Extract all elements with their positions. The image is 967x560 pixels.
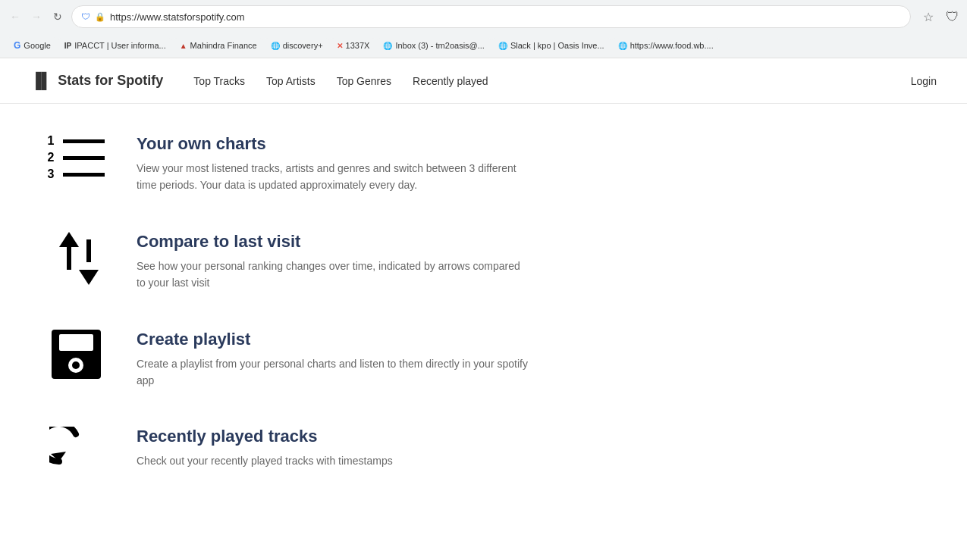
nav-top-artists[interactable]: Top Artists — [266, 75, 316, 87]
google-favicon: G — [14, 40, 20, 51]
tab-food[interactable]: 🌐 https://www.food.wb.... — [612, 38, 720, 53]
feature-own-charts: 1 2 3 Your own charts View your most lis… — [46, 134, 789, 194]
ipacct-favicon: IP — [64, 42, 71, 50]
feature-compare: Compare to last visit See how your perso… — [46, 232, 789, 292]
feature-create-playlist-text: Create playlist Create a playlist from y… — [137, 330, 789, 389]
tab-google[interactable]: G Google — [8, 37, 57, 54]
nav-recently-played[interactable]: Recently played — [413, 75, 488, 87]
tab-1337x-label: 1337X — [346, 41, 370, 50]
tab-slack-label: Slack | kpo | Oasis Inve... — [510, 41, 604, 50]
tab-food-label: https://www.food.wb.... — [630, 41, 714, 50]
slack-favicon: 🌐 — [498, 42, 507, 50]
1337x-favicon: ✕ — [337, 42, 343, 50]
feature-recently-played-text: Recently played tracks Check out your re… — [137, 427, 789, 469]
inbox-favicon: 🌐 — [383, 42, 392, 50]
feature-recently-played-title: Recently played tracks — [137, 427, 789, 446]
tab-slack[interactable]: 🌐 Slack | kpo | Oasis Inve... — [492, 38, 611, 53]
site-wrapper: ▐▌ Stats for Spotify Top Tracks Top Arti… — [0, 58, 967, 560]
arrows-icon — [46, 232, 106, 285]
login-button[interactable]: Login — [911, 75, 937, 87]
lock-icon: 🔒 — [95, 12, 105, 22]
browser-tabs: G Google IP IPACCT | User informa... ▲ M… — [0, 33, 967, 58]
discovery-favicon: 🌐 — [271, 42, 280, 50]
site-nav: ▐▌ Stats for Spotify Top Tracks Top Arti… — [0, 58, 967, 104]
numbered-list-icon: 1 2 3 — [46, 134, 106, 181]
feature-recently-played: Recently played tracks Check out your re… — [46, 427, 789, 480]
logo-icon: ▐▌ — [30, 72, 52, 89]
tab-inbox[interactable]: 🌐 Inbox (3) - tm2oasis@... — [377, 38, 491, 53]
nav-top-genres[interactable]: Top Genres — [337, 75, 391, 87]
replay-icon — [46, 427, 106, 480]
forward-button[interactable]: → — [29, 9, 44, 24]
tab-ipacct-label: IPACCT | User informa... — [74, 41, 165, 50]
feature-recently-played-desc: Check out your recently played tracks wi… — [137, 452, 531, 469]
feature-own-charts-desc: View your most listened tracks, artists … — [137, 160, 531, 194]
browser-chrome: ← → ↻ 🛡 🔒 https://www.statsforspotify.co… — [0, 0, 967, 58]
feature-create-playlist: Create playlist Create a playlist from y… — [46, 330, 789, 389]
tab-ipacct[interactable]: IP IPACCT | User informa... — [58, 38, 172, 53]
tab-discovery[interactable]: 🌐 discovery+ — [265, 38, 329, 53]
reload-button[interactable]: ↻ — [50, 9, 65, 24]
back-button[interactable]: ← — [8, 9, 23, 24]
feature-create-playlist-title: Create playlist — [137, 330, 789, 349]
address-bar[interactable]: 🛡 🔒 https://www.statsforspotify.com — [71, 5, 911, 28]
nav-top-tracks[interactable]: Top Tracks — [193, 75, 245, 87]
floppy-disk-icon — [46, 330, 106, 379]
profile-icon[interactable]: 🛡 — [946, 9, 959, 25]
feature-compare-desc: See how your personal ranking changes ov… — [137, 258, 531, 292]
tab-google-label: Google — [24, 41, 50, 50]
mahindra-favicon: ▲ — [180, 42, 187, 50]
tab-mahindra-label: Mahindra Finance — [190, 41, 257, 50]
feature-compare-text: Compare to last visit See how your perso… — [137, 232, 789, 292]
logo-text: Stats for Spotify — [58, 73, 163, 89]
feature-own-charts-title: Your own charts — [137, 134, 789, 154]
feature-compare-title: Compare to last visit — [137, 232, 789, 252]
site-main: 1 2 3 Your own charts View your most lis… — [0, 104, 834, 548]
site-logo[interactable]: ▐▌ Stats for Spotify — [30, 72, 163, 89]
tab-discovery-label: discovery+ — [283, 41, 323, 50]
tab-1337x[interactable]: ✕ 1337X — [331, 38, 376, 53]
url-text: https://www.statsforspotify.com — [110, 11, 901, 23]
feature-create-playlist-desc: Create a playlist from your personal cha… — [137, 355, 531, 389]
shield-icon: 🛡 — [81, 11, 90, 22]
bookmark-icon[interactable]: ☆ — [923, 10, 934, 24]
tab-mahindra[interactable]: ▲ Mahindra Finance — [174, 38, 263, 53]
tab-inbox-label: Inbox (3) - tm2oasis@... — [395, 41, 485, 50]
nav-links: Top Tracks Top Artists Top Genres Recent… — [193, 75, 910, 87]
feature-own-charts-text: Your own charts View your most listened … — [137, 134, 789, 194]
food-favicon: 🌐 — [618, 42, 627, 50]
